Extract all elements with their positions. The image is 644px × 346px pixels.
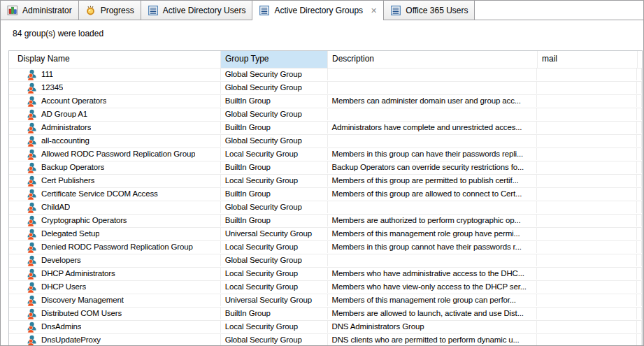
group-type-cell: Global Security Group (221, 201, 328, 213)
table-row[interactable]: DHCP AdministratorsLocal Security GroupM… (9, 268, 642, 281)
group-type-cell: Local Security Group (221, 281, 328, 293)
display-name-cell: ChildAD (9, 201, 221, 213)
group-type-cell: Global Security Group (221, 108, 328, 120)
filler-cell (637, 175, 642, 187)
group-icon (26, 149, 37, 160)
display-name-text: Cert Publishers (41, 175, 94, 187)
filler-cell (637, 95, 642, 107)
display-name-text: Distributed COM Users (41, 308, 122, 319)
description-cell: Members who have view-only access to the… (328, 281, 538, 293)
display-name-text: DnsAdmins (41, 321, 81, 333)
group-icon (26, 308, 37, 319)
table-row[interactable]: Discovery ManagementUniversal Security G… (9, 294, 642, 308)
table-row[interactable]: Denied RODC Password Replication GroupLo… (9, 241, 642, 254)
display-name-text: Certificate Service DCOM Access (41, 188, 158, 200)
table-row[interactable]: DnsUpdateProxyGlobal Security GroupDNS c… (9, 334, 642, 345)
filler-cell (637, 135, 642, 147)
filler-cell (637, 334, 642, 345)
table-body: 111Global Security Group 12345Global Sec… (9, 69, 642, 345)
table-row[interactable]: Distributed COM UsersBuiltIn GroupMember… (9, 308, 642, 321)
column-header-display-name[interactable]: Display Name (9, 51, 221, 68)
column-header-mail[interactable]: mail (538, 51, 638, 68)
mail-cell (537, 281, 637, 293)
table-row[interactable]: Cryptographic OperatorsBuiltIn GroupMemb… (9, 215, 642, 228)
display-name-cell: 111 (9, 69, 221, 80)
filler-cell (637, 161, 642, 173)
group-type-cell: Global Security Group (221, 69, 328, 80)
table-row[interactable]: AdministratorsBuiltIn GroupAdministrator… (9, 122, 642, 135)
filler-cell (637, 321, 642, 333)
description-cell (328, 254, 538, 266)
group-type-cell: Universal Security Group (221, 228, 328, 240)
progress-clock-icon (85, 5, 96, 16)
mail-cell (537, 294, 637, 306)
table-row[interactable]: DnsAdminsLocal Security GroupDNS Adminis… (9, 321, 642, 334)
groups-table: Display Name Group Type Description mail… (8, 50, 643, 345)
filler-cell (637, 215, 642, 226)
filler-cell (637, 188, 642, 200)
display-name-text: Denied RODC Password Replication Group (41, 241, 193, 253)
table-row[interactable]: 12345Global Security Group (9, 82, 642, 95)
group-icon (26, 202, 37, 213)
mail-cell (537, 108, 637, 120)
column-header-description[interactable]: Description (328, 51, 538, 68)
mail-cell (537, 135, 637, 147)
list-icon (148, 5, 159, 16)
description-cell (328, 201, 538, 213)
filler-cell (637, 201, 642, 213)
column-header-group-type[interactable]: Group Type (221, 51, 328, 68)
tab-label: Progress (101, 1, 134, 20)
mail-cell (537, 215, 637, 226)
display-name-text: DHCP Administrators (41, 268, 115, 280)
tab-progress[interactable]: Progress (79, 1, 141, 20)
description-cell: Backup Operators can override security r… (328, 161, 538, 173)
mail-cell (537, 308, 637, 319)
description-cell: DNS Administrators Group (328, 321, 538, 333)
tab-office-365-users[interactable]: Office 365 Users (384, 1, 475, 20)
table-row[interactable]: Certificate Service DCOM AccessBuiltIn G… (9, 188, 642, 201)
app-window: Administrator Progress Active Directory … (0, 0, 644, 346)
tab-administrator[interactable]: Administrator (1, 1, 79, 20)
group-type-cell: Global Security Group (221, 334, 328, 345)
display-name-cell: Certificate Service DCOM Access (9, 188, 221, 200)
display-name-text: all-accounting (41, 135, 90, 147)
mail-cell (537, 241, 637, 253)
filler-cell (637, 148, 642, 160)
group-type-cell: BuiltIn Group (221, 95, 328, 107)
display-name-text: ChildAD (41, 201, 70, 213)
tab-active-directory-groups[interactable]: Active Directory Groups ✕ (252, 1, 384, 20)
group-type-cell: BuiltIn Group (221, 308, 328, 319)
description-cell: Members of this group are permitted to p… (328, 175, 538, 187)
display-name-cell: Developers (9, 254, 221, 266)
view-content: 84 group(s) were loaded Display Name Gro… (1, 20, 643, 345)
group-type-cell: Global Security Group (221, 254, 328, 266)
table-row[interactable]: Cert PublishersLocal Security GroupMembe… (9, 175, 642, 188)
table-row[interactable]: all-accountingGlobal Security Group (9, 135, 642, 148)
group-icon (26, 96, 37, 107)
close-icon[interactable]: ✕ (371, 1, 377, 20)
table-row[interactable]: Allowed RODC Password Replication GroupL… (9, 148, 642, 161)
table-row[interactable]: DHCP UsersLocal Security GroupMembers wh… (9, 281, 642, 294)
display-name-text: 111 (41, 69, 53, 80)
group-icon (26, 282, 37, 293)
description-cell: DNS clients who are permitted to perform… (328, 334, 538, 345)
display-name-text: Delegated Setup (41, 228, 99, 240)
table-row[interactable]: Delegated SetupUniversal Security GroupM… (9, 228, 642, 241)
mail-cell (537, 122, 637, 134)
description-cell: Administrators have complete and unrestr… (328, 122, 538, 134)
tab-bar: Administrator Progress Active Directory … (1, 1, 643, 20)
group-type-cell: BuiltIn Group (221, 161, 328, 173)
tab-active-directory-users[interactable]: Active Directory Users (141, 1, 253, 20)
display-name-cell: Administrators (9, 122, 221, 134)
table-row[interactable]: Account OperatorsBuiltIn GroupMembers ca… (9, 95, 642, 108)
description-cell: Members who have administrative access t… (328, 268, 538, 280)
list-icon (390, 5, 401, 16)
table-row[interactable]: DevelopersGlobal Security Group (9, 254, 642, 268)
table-row[interactable]: 111Global Security Group (9, 69, 642, 82)
table-row[interactable]: Backup OperatorsBuiltIn GroupBackup Oper… (9, 161, 642, 175)
table-row[interactable]: ChildADGlobal Security Group (9, 201, 642, 215)
filler-cell (637, 228, 642, 240)
mail-cell (537, 69, 637, 80)
description-cell: Members are authorized to perform crypto… (328, 215, 538, 226)
table-row[interactable]: AD Group A1Global Security Group (9, 108, 642, 122)
